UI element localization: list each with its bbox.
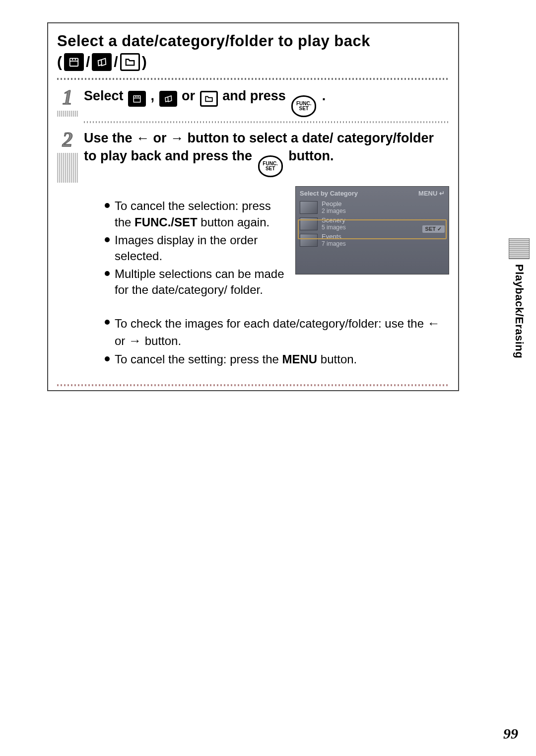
folder-icon [200,91,218,107]
bullet-item: To check the images for each date/catego… [104,315,449,349]
bullet-item: Images display in the order selected. [104,232,288,264]
screen-menu: MENU ↵ [418,190,445,197]
camera-screen-preview: Select by Category MENU ↵ People 2 image… [295,186,449,275]
category-icon [159,91,177,107]
bullet-list-b: To check the images for each date/catego… [84,315,449,367]
t: Multiple selections can be made for the … [115,267,284,296]
set-badge: SET ✓ [422,225,445,233]
screen-row: People 2 images [300,199,445,215]
t: . [322,88,326,103]
t: Images display in the order selected. [115,233,258,263]
t: or [115,334,129,347]
t: and press [222,88,289,103]
row-category: People [322,200,346,207]
divider [57,78,449,80]
t: Select [84,88,127,103]
paren-close: ) [142,54,147,70]
t: , [151,88,158,103]
t: or [182,88,199,103]
playback-mode-icon [509,238,530,259]
t: button. [317,352,357,366]
sep: / [114,54,118,70]
folder-icon [120,53,140,71]
page-title: Select a date/category/folder to play ba… [57,32,449,50]
func-set-button-icon: FUNC.SET [291,95,316,117]
title-icon-row: ( / / ) [57,53,449,71]
screen-title: Select by Category [300,190,358,197]
step-gradient [57,153,78,183]
row-count: 7 images [322,240,346,247]
sep: / [86,54,90,70]
t: To cancel the setting: press the [115,352,282,366]
func-bot: SET [266,166,275,171]
func-set-button-icon: FUNC.SET [258,155,283,177]
page-number: 99 [503,725,518,742]
bullet-item: To cancel the selection: press the FUNC.… [104,198,288,230]
divider [84,121,449,123]
category-icon [92,53,112,71]
row-category: Events [322,233,346,240]
left-arrow-icon: ← [427,316,440,331]
step-2: 2 Use the ← or → button to select a date… [57,126,449,380]
bold: MENU [282,352,318,366]
right-arrow-icon: → [129,333,141,348]
thumbnail [300,201,318,214]
bullet-list-a: To cancel the selection: press the FUNC.… [84,198,288,300]
t: Use the ← or → button to select a date/ … [84,131,434,163]
row-count: 2 images [322,207,346,214]
row-count: 5 images [322,224,346,231]
manual-page: Select a date/category/folder to play ba… [0,0,536,756]
svg-rect-0 [70,59,78,67]
step-number: 2 [63,129,73,150]
thumbnail [300,217,318,230]
svg-rect-1 [134,96,140,102]
func-bot: SET [299,106,308,111]
paren-open: ( [57,54,62,70]
side-tab: Playback/Erasing [505,238,533,358]
thumbnail [300,234,318,247]
t: To check the images for each date/catego… [115,317,427,330]
step-1: 1 Select , or and press FUNC.SET [57,84,449,118]
t: button. [288,148,334,163]
step-number: 1 [63,87,73,108]
section-label: Playback/Erasing [513,264,526,358]
divider [57,384,449,386]
screen-row: Events 7 images [300,232,445,248]
step-1-text: Select , or and press FUNC.SET . [84,87,449,117]
row-category: Scenery [322,216,346,224]
step-gradient [57,111,78,117]
t: button. [141,334,181,347]
t: button again. [198,215,269,229]
bold: FUNC./SET [134,215,198,229]
bullet-item: To cancel the setting: press the MENU bu… [104,351,449,367]
date-icon [128,91,146,107]
step-2-text: Use the ← or → button to select a date/ … [84,129,449,177]
instruction-panel: Select a date/category/folder to play ba… [47,22,459,391]
bullet-item: Multiple selections can be made for the … [104,266,288,298]
date-icon [64,53,84,71]
